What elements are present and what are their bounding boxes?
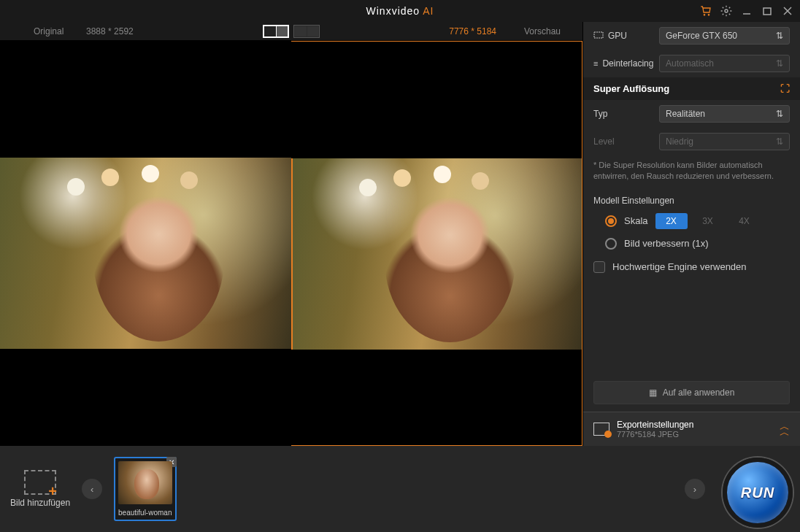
original-dimensions: 3888 * 2592 <box>86 26 134 36</box>
brand-suffix: AI <box>423 5 434 17</box>
plus-icon: + <box>46 485 59 498</box>
enhance-radio[interactable] <box>605 238 617 250</box>
original-label: Original <box>34 26 64 36</box>
svg-rect-7 <box>594 32 603 38</box>
export-title: Exporteinstellungen <box>617 420 772 430</box>
bottom-bar: + Bild hinzufügen ‹ ✕ beautiful-woman › … <box>0 446 800 532</box>
minimize-icon[interactable] <box>737 1 756 20</box>
export-detail: 7776*5184 JPEG <box>617 430 772 439</box>
svg-point-2 <box>725 9 728 12</box>
scale-label: Skala <box>624 215 648 226</box>
thumbnail-item[interactable]: ✕ beautiful-woman <box>114 457 177 521</box>
svg-rect-4 <box>764 8 771 15</box>
level-select: Niedrig⇅ <box>659 133 790 150</box>
app-title: Winxvideo AI <box>366 5 434 17</box>
export-settings-bar[interactable]: Exporteinstellungen 7776*5184 JPEG ︿︿ <box>583 412 800 446</box>
scale-4x-button[interactable]: 4X <box>728 213 761 229</box>
level-label: Level <box>593 136 652 147</box>
apply-all-button[interactable]: ▦ Auf alle anwenden <box>593 381 790 404</box>
svg-point-1 <box>708 15 709 15</box>
chevron-updown-icon: ⇅ <box>776 136 783 147</box>
type-select[interactable]: Realitäten⇅ <box>659 105 790 123</box>
enhance-label: Bild verbessern (1x) <box>624 238 709 249</box>
processed-dimensions: 7776 * 5184 <box>449 26 496 36</box>
expand-icon[interactable]: ⛶ <box>780 83 790 94</box>
add-image-button[interactable]: + Bild hinzufügen <box>10 470 70 508</box>
export-icon <box>593 423 609 436</box>
run-button[interactable]: RUN <box>723 458 793 528</box>
maximize-icon[interactable] <box>758 1 777 20</box>
thumb-image <box>118 461 172 504</box>
brand-text: Winxvideo <box>366 5 420 17</box>
split-view-option-1[interactable] <box>263 25 289 38</box>
preview-label: Vorschau <box>524 26 561 36</box>
processed-image-pane[interactable] <box>291 41 583 446</box>
titlebar: Winxvideo AI <box>0 0 800 22</box>
apply-icon: ▦ <box>649 388 657 398</box>
scale-2x-button[interactable]: 2X <box>655 213 688 229</box>
original-photo <box>0 158 291 349</box>
chevron-updown-icon: ⇅ <box>776 109 783 119</box>
thumb-prev-button[interactable]: ‹ <box>82 479 102 499</box>
chevron-updown-icon: ⇅ <box>776 31 783 41</box>
hq-engine-label: Hochwertige Engine verwenden <box>612 261 747 272</box>
gpu-select[interactable]: GeForce GTX 650⇅ <box>659 27 790 45</box>
close-icon[interactable] <box>778 1 797 20</box>
cart-icon[interactable] <box>696 1 715 20</box>
type-label: Typ <box>593 109 652 119</box>
super-resolution-hint: * Die Super Resolution kann Bilder autom… <box>583 155 800 190</box>
film-icon: + <box>24 470 56 495</box>
gpu-label: GPU <box>593 31 652 41</box>
original-image-pane[interactable] <box>0 41 291 446</box>
split-view-option-2[interactable] <box>293 25 320 38</box>
deinterlacing-label: ≡ Deinterlacing <box>593 58 652 69</box>
processed-photo <box>291 158 582 350</box>
thumb-name: beautiful-woman <box>115 507 175 520</box>
scale-3x-button[interactable]: 3X <box>692 213 724 229</box>
hq-engine-checkbox[interactable] <box>593 261 605 273</box>
chevron-up-icon[interactable]: ︿︿ <box>780 423 790 436</box>
split-view-toggle[interactable] <box>263 25 320 38</box>
gpu-icon <box>593 31 604 40</box>
gear-icon[interactable] <box>717 1 736 20</box>
deinterlacing-select: Automatisch⇅ <box>659 55 790 72</box>
super-resolution-header: Super Auflösung ⛶ <box>583 77 800 100</box>
chevron-updown-icon: ⇅ <box>776 58 783 69</box>
scale-radio[interactable] <box>605 215 617 227</box>
thumb-next-button[interactable]: › <box>685 479 705 499</box>
model-settings-header: Modell Einstellungen <box>583 190 800 209</box>
svg-point-0 <box>704 15 704 15</box>
settings-sidebar: GPU GeForce GTX 650⇅ ≡ Deinterlacing Aut… <box>582 22 800 446</box>
deinterlace-icon: ≡ <box>593 59 598 68</box>
preview-area: Original 3888 * 2592 7776 * 5184 Vorscha… <box>0 22 582 446</box>
